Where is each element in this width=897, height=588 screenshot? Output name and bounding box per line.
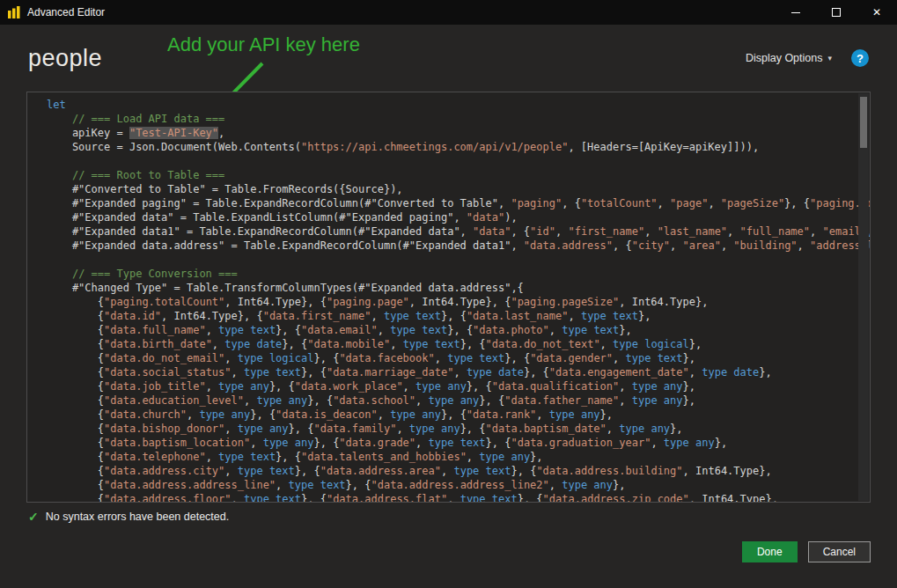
maximize-icon: [832, 8, 841, 17]
window-title: Advanced Editor: [27, 6, 105, 18]
display-options-dropdown[interactable]: Display Options ▾: [746, 52, 832, 64]
app-icon: [8, 6, 20, 18]
help-icon: ?: [857, 52, 864, 65]
advanced-editor-window: Advanced Editor ✕ people Display Options…: [0, 0, 897, 588]
page-title: people: [28, 45, 102, 72]
cancel-button[interactable]: Cancel: [808, 541, 871, 562]
status-text: No syntax errors have been detected.: [46, 511, 229, 523]
window-controls: ✕: [776, 0, 897, 25]
minimize-button[interactable]: [776, 0, 816, 25]
check-icon: ✓: [28, 510, 39, 524]
status-bar: ✓ No syntax errors have been detected.: [28, 510, 869, 524]
chevron-down-icon: ▾: [827, 54, 832, 62]
header: people Display Options ▾ ?: [0, 25, 897, 92]
vertical-scrollbar[interactable]: [858, 93, 869, 501]
done-button[interactable]: Done: [742, 541, 798, 562]
annotation-text: Add your API key here: [167, 33, 360, 56]
help-button[interactable]: ?: [851, 49, 869, 67]
header-right: Display Options ▾ ?: [746, 49, 869, 67]
display-options-label: Display Options: [746, 52, 823, 64]
maximize-button[interactable]: [816, 0, 857, 25]
code-editor[interactable]: let // === Load API data === apiKey = "T…: [26, 92, 871, 503]
code-lines: let // === Load API data === apiKey = "T…: [27, 92, 870, 502]
titlebar: Advanced Editor ✕: [0, 0, 897, 25]
footer: Done Cancel: [26, 541, 871, 562]
scrollbar-thumb[interactable]: [860, 97, 867, 148]
close-button[interactable]: ✕: [857, 0, 897, 25]
minimize-icon: [791, 12, 800, 13]
